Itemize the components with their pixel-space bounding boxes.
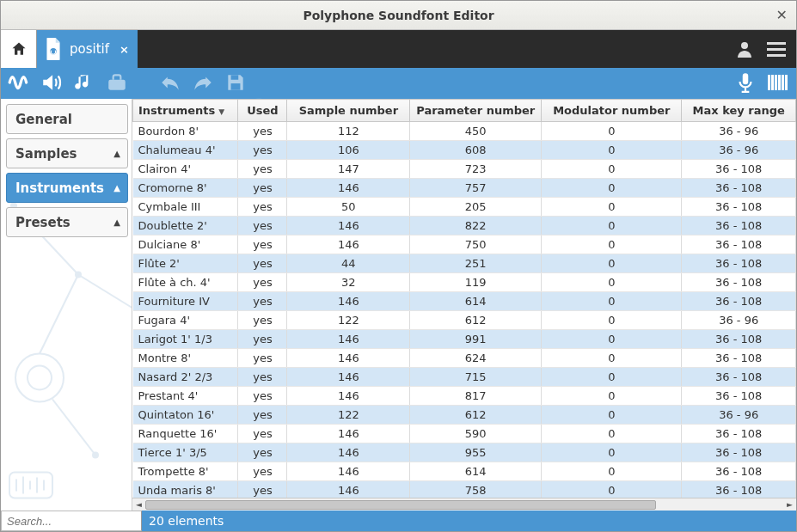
- cell-used: yes: [238, 311, 287, 330]
- svg-rect-12: [785, 75, 788, 90]
- menu-icon[interactable]: [767, 42, 786, 57]
- table-row[interactable]: Trompette 8'yes146614036 - 108: [133, 462, 796, 481]
- waveform-tool[interactable]: [8, 71, 30, 96]
- scroll-left-button[interactable]: ◄: [132, 500, 145, 509]
- cell-range: 36 - 108: [682, 481, 796, 498]
- table-row[interactable]: Tierce 1' 3/5yes146955036 - 108: [133, 443, 796, 462]
- cell-param: 715: [410, 368, 542, 387]
- col-used[interactable]: Used: [238, 100, 287, 122]
- mic-tool[interactable]: [734, 71, 757, 96]
- undo-button[interactable]: [159, 71, 181, 96]
- file-tab-positif[interactable]: positif ×: [37, 30, 138, 68]
- table-row[interactable]: Unda maris 8'yes146758036 - 108: [133, 481, 796, 498]
- sidebar-item-samples[interactable]: Samples▲: [6, 138, 128, 168]
- cell-name: Flûte à ch. 4': [133, 273, 238, 292]
- cell-range: 36 - 96: [682, 122, 796, 141]
- cell-param: 205: [410, 198, 542, 217]
- file-tab-close[interactable]: ×: [116, 43, 129, 56]
- cell-range: 36 - 108: [682, 235, 796, 254]
- redo-button[interactable]: [192, 71, 214, 96]
- cell-name: Fugara 4': [133, 311, 238, 330]
- save-button[interactable]: [224, 71, 247, 96]
- toolbox-tool[interactable]: [106, 71, 128, 96]
- search-input[interactable]: [1, 511, 142, 531]
- home-tab[interactable]: [1, 30, 37, 68]
- svg-rect-10: [778, 75, 781, 90]
- footer: 20 elements: [1, 511, 796, 531]
- table-row[interactable]: Doublette 2'yes146822036 - 108: [133, 217, 796, 235]
- table-header-row[interactable]: Instruments▼ Used Sample number Paramete…: [133, 100, 796, 122]
- home-icon: [10, 40, 28, 58]
- sidebar-item-label: Instruments: [15, 180, 104, 196]
- table-row[interactable]: Larigot 1' 1/3yes146991036 - 108: [133, 330, 796, 349]
- keyboard-tool[interactable]: [767, 71, 789, 96]
- cell-name: Flûte 2': [133, 254, 238, 273]
- scroll-right-button[interactable]: ►: [783, 500, 796, 509]
- col-instruments[interactable]: Instruments▼: [133, 100, 238, 122]
- cell-sample: 50: [287, 198, 410, 217]
- col-max-key-range[interactable]: Max key range: [682, 100, 796, 122]
- svg-rect-9: [775, 75, 777, 90]
- cell-name: Prestant 4': [133, 387, 238, 406]
- cell-param: 757: [410, 179, 542, 198]
- cell-name: Tierce 1' 3/5: [133, 443, 238, 462]
- file-tab-label: positif: [70, 41, 109, 57]
- cell-mod: 0: [542, 425, 682, 443]
- window-close-button[interactable]: ✕: [776, 7, 788, 23]
- table-row[interactable]: Flûte 2'yes44251036 - 108: [133, 254, 796, 273]
- table-row[interactable]: Ranquette 16'yes146590036 - 108: [133, 425, 796, 443]
- cell-sample: 146: [287, 292, 410, 311]
- cell-mod: 0: [542, 273, 682, 292]
- table-panel: Instruments▼ Used Sample number Paramete…: [132, 99, 796, 511]
- table-row[interactable]: Nasard 2' 2/3yes146715036 - 108: [133, 368, 796, 387]
- instruments-table[interactable]: Instruments▼ Used Sample number Paramete…: [132, 99, 796, 498]
- cell-mod: 0: [542, 481, 682, 498]
- cell-used: yes: [238, 292, 287, 311]
- cell-mod: 0: [542, 330, 682, 349]
- horizontal-scrollbar[interactable]: ◄ ►: [132, 498, 796, 511]
- sidebar-item-label: General: [15, 112, 72, 127]
- col-modulator-number[interactable]: Modulator number: [542, 100, 682, 122]
- table-row[interactable]: Dulciane 8'yes146750036 - 108: [133, 235, 796, 254]
- table-row[interactable]: Quintaton 16'yes122612036 - 96: [133, 406, 796, 425]
- cell-used: yes: [238, 406, 287, 425]
- sidebar-item-presets[interactable]: Presets▲: [6, 207, 128, 237]
- cell-range: 36 - 108: [682, 273, 796, 292]
- cell-name: Fourniture IV: [133, 292, 238, 311]
- speaker-tool[interactable]: [40, 71, 63, 96]
- cell-used: yes: [238, 179, 287, 198]
- sidebar-item-general[interactable]: General: [6, 104, 128, 134]
- cell-mod: 0: [542, 141, 682, 160]
- table-row[interactable]: Fourniture IVyes146614036 - 108: [133, 292, 796, 311]
- table-row[interactable]: Montre 8'yes146624036 - 108: [133, 349, 796, 368]
- col-parameter-number[interactable]: Parameter number: [410, 100, 542, 122]
- cell-mod: 0: [542, 160, 682, 179]
- table-row[interactable]: Prestant 4'yes146817036 - 108: [133, 387, 796, 406]
- table-row[interactable]: Cymbale IIIyes50205036 - 108: [133, 198, 796, 217]
- scrollbar-thumb[interactable]: [145, 500, 656, 510]
- table-row[interactable]: Clairon 4'yes147723036 - 108: [133, 160, 796, 179]
- cell-used: yes: [238, 122, 287, 141]
- svg-rect-6: [743, 73, 749, 84]
- user-icon[interactable]: [734, 39, 755, 59]
- cell-name: Bourdon 8': [133, 122, 238, 141]
- cell-sample: 32: [287, 273, 410, 292]
- table-row[interactable]: Cromorne 8'yes146757036 - 108: [133, 179, 796, 198]
- cell-param: 119: [410, 273, 542, 292]
- cell-param: 723: [410, 160, 542, 179]
- svg-rect-4: [231, 75, 239, 79]
- cell-used: yes: [238, 349, 287, 368]
- cell-range: 36 - 108: [682, 443, 796, 462]
- table-row[interactable]: Fugara 4'yes122612036 - 96: [133, 311, 796, 330]
- table-row[interactable]: Bourdon 8'yes112450036 - 96: [133, 122, 796, 141]
- cell-sample: 106: [287, 141, 410, 160]
- table-row[interactable]: Chalumeau 4'yes106608036 - 96: [133, 141, 796, 160]
- cell-range: 36 - 108: [682, 179, 796, 198]
- cell-name: Chalumeau 4': [133, 141, 238, 160]
- music-tool[interactable]: [73, 71, 95, 96]
- sidebar-item-instruments[interactable]: Instruments▲: [6, 173, 128, 203]
- col-sample-number[interactable]: Sample number: [287, 100, 410, 122]
- table-row[interactable]: Flûte à ch. 4'yes32119036 - 108: [133, 273, 796, 292]
- cell-range: 36 - 108: [682, 160, 796, 179]
- cell-used: yes: [238, 198, 287, 217]
